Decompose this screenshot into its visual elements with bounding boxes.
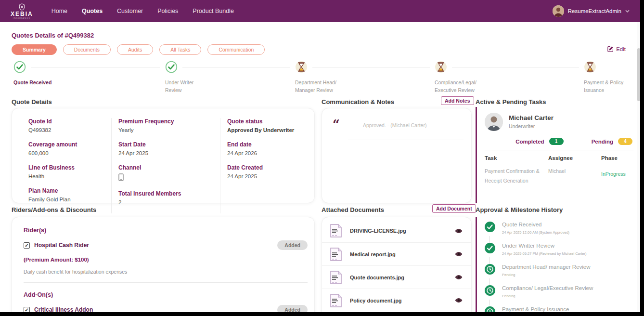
- check-circle-filled-icon: [485, 222, 495, 232]
- field-label: Start Date: [118, 141, 215, 148]
- rider-name: Hospital Cash Rider: [34, 242, 89, 249]
- scrollbar-track[interactable]: [637, 22, 640, 312]
- view-document-eye-icon[interactable]: [455, 228, 463, 234]
- history-item: Compliance/ Legal/Executive ReviewPendin…: [485, 285, 593, 298]
- field-value: Yearly: [118, 127, 215, 133]
- tab-audits[interactable]: Audits: [117, 44, 153, 55]
- view-document-eye-icon[interactable]: [455, 275, 463, 280]
- timeline-connector: [489, 278, 490, 285]
- history-item: Payment & Policy Issuance: [485, 306, 569, 312]
- tab-bar: Summary Documents Audits All Tasks Commu…: [12, 44, 265, 55]
- step-label: Payment & Policy Issuance: [584, 79, 627, 94]
- add-document-button[interactable]: Add Document: [432, 204, 476, 213]
- brand-name: XEBIA: [11, 11, 33, 17]
- quote-details-heading: Quote Details: [12, 98, 52, 105]
- history-title: Compliance/ Legal/Executive Review: [502, 285, 593, 292]
- history-title: Under Writter Review: [502, 243, 587, 250]
- history-panel: Quote Received24 Apr 2025 12:00 AM (Syst…: [476, 217, 637, 312]
- field-value: Q499382: [28, 127, 106, 133]
- milestone-stepper: Quote Received Under Writer Review Depar…: [12, 61, 632, 95]
- view-document-eye-icon[interactable]: [455, 251, 463, 257]
- note-divider: [348, 140, 464, 140]
- add-notes-button[interactable]: Add Notes: [441, 96, 474, 105]
- document-icon: [330, 224, 342, 238]
- field-value: 24 Apr 2025: [227, 173, 309, 179]
- history-title: Quote Received: [502, 222, 569, 228]
- edit-pencil-icon: [607, 46, 614, 52]
- quote-details-col-1: Quote IdQ499382 Coverage amount600,000 L…: [12, 118, 111, 213]
- tasks-panel: Michael Carter Underwriter Completed 1 P…: [476, 107, 637, 203]
- nav-menu: Home Quotes Customer Policies Product Bu…: [52, 8, 234, 14]
- document-name: DRIVING-LICENSE.jpg: [350, 228, 406, 234]
- quote-details-col-3: Quote statusApproved By Underwriter End …: [220, 118, 314, 213]
- step-label: Quote Received: [13, 79, 66, 87]
- nav-item-home[interactable]: Home: [52, 8, 67, 14]
- tab-documents[interactable]: Documents: [63, 44, 111, 55]
- step-label: Under Writer Review: [165, 79, 200, 94]
- quote-status-value: Approved By Underwriter: [227, 127, 309, 133]
- timeline-connector: [489, 236, 490, 243]
- field-label: Plan Name: [28, 187, 106, 194]
- checkbox-checked-icon[interactable]: ✓: [24, 307, 30, 313]
- page-title: Quotes Details of #Q499382: [12, 32, 94, 39]
- check-circle-icon: [13, 61, 26, 73]
- step-department-head-review: Department Head/ Manager Review: [295, 61, 343, 94]
- document-row: DRIVING-LICENSE.jpg: [322, 219, 471, 242]
- edit-button[interactable]: Edit: [607, 46, 626, 52]
- brand-logo[interactable]: XEBIA INSURANCE: [11, 3, 33, 19]
- nav-item-policies[interactable]: Policies: [157, 8, 178, 14]
- history-title: Payment & Policy Issuance: [502, 306, 569, 312]
- rider-section-heading: Rider(s): [24, 227, 308, 234]
- scrollbar-thumb[interactable]: [637, 48, 640, 101]
- field-label: Channel: [118, 164, 215, 171]
- checkbox-checked-icon[interactable]: ✓: [24, 242, 30, 249]
- nav-item-product-bundle[interactable]: Product Bundle: [193, 8, 233, 14]
- hourglass-icon: [295, 61, 308, 73]
- history-item: Under Writter Review24 Apr 2025 05:27 PM…: [485, 243, 587, 256]
- history-title: Department Head/ manager Review: [502, 264, 590, 271]
- tasks-table-header: Task Assignee Phase: [485, 150, 637, 161]
- document-row: Quote documents.jpg: [322, 265, 471, 289]
- completed-count-badge: 1: [549, 138, 564, 145]
- riders-heading: Riders/Add-ons & Discounts: [12, 206, 96, 213]
- task-row: Payment Confirmation & Receipt Generatio…: [485, 161, 637, 186]
- check-circle-icon: [165, 61, 178, 73]
- field-label: Coverage amount: [28, 141, 106, 148]
- addon-row: ✓ Critical Illness Addon Added: [24, 305, 308, 312]
- tab-communication[interactable]: Communication: [207, 44, 265, 55]
- user-menu[interactable]: ResumeExtractAdmin: [553, 5, 630, 17]
- brand-subtitle: INSURANCE: [13, 17, 31, 19]
- field-label: Quote status: [227, 118, 309, 125]
- note-text: Approved. - (Michael Carter): [363, 121, 435, 130]
- check-circle-filled-icon: [485, 243, 495, 253]
- field-value: 24 Apr 2026: [227, 150, 309, 156]
- view-document-eye-icon[interactable]: [455, 298, 463, 303]
- quote-details-col-2: Premium FrequencyYearly Start Date24 Apr…: [111, 118, 220, 213]
- tasks-heading: Active & Pending Tasks: [476, 98, 546, 105]
- assignee-role: Underwriter: [509, 123, 554, 129]
- assignee-name: Michael Carter: [509, 114, 554, 121]
- field-label: Premium Frequency: [118, 118, 215, 125]
- mobile-icon: [118, 173, 124, 181]
- history-item: Department Head/ manager ReviewPending: [485, 264, 590, 277]
- hourglass-icon: [435, 61, 447, 73]
- nav-item-customer[interactable]: Customer: [117, 8, 143, 14]
- documents-card: DRIVING-LICENSE.jpg Medical report.jpg Q…: [322, 217, 472, 312]
- tab-summary[interactable]: Summary: [12, 44, 57, 55]
- nav-item-quotes[interactable]: Quotes: [82, 8, 103, 14]
- timeline-connector: [489, 300, 490, 305]
- pending-label: Pending: [592, 139, 613, 145]
- user-name: ResumeExtractAdmin: [568, 8, 621, 14]
- tab-all-tasks[interactable]: All Tasks: [159, 44, 201, 55]
- note-item: “ Approved. - (Michael Carter): [322, 108, 471, 137]
- rider-description: Daily cash benefit for hospitalization e…: [24, 269, 308, 275]
- riders-card: Rider(s) ✓ Hospital Cash Rider Added (Pr…: [12, 217, 315, 312]
- shield-logo-icon: [18, 3, 26, 11]
- hourglass-icon: [584, 61, 596, 73]
- document-icon: [330, 247, 342, 262]
- field-value: Health: [28, 173, 106, 179]
- clock-circle-icon: [485, 264, 495, 275]
- task-cell: Payment Confirmation & Receipt Generatio…: [485, 161, 548, 186]
- col-phase: Phase: [601, 150, 633, 161]
- document-name: Medical report.jpg: [350, 251, 396, 257]
